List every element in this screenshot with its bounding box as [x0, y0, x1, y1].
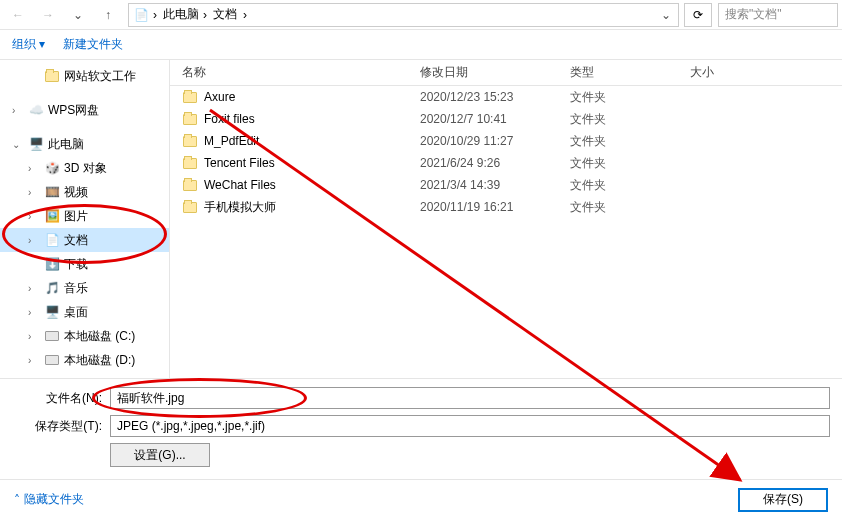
file-row[interactable]: Foxit files2020/12/7 10:41文件夹 — [170, 108, 842, 130]
settings-button[interactable]: 设置(G)... — [110, 443, 210, 467]
tree-item-label: 图片 — [64, 208, 88, 225]
organize-menu[interactable]: 组织 ▾ — [12, 36, 45, 53]
file-row[interactable]: 手机模拟大师2020/11/19 16:21文件夹 — [170, 196, 842, 218]
path-dropdown-icon[interactable]: ⌄ — [658, 8, 674, 22]
back-button[interactable]: ← — [4, 3, 32, 27]
expander-icon[interactable]: ⌄ — [12, 139, 24, 150]
tree-item-label: 文档 — [64, 232, 88, 249]
save-form: 文件名(N): 福昕软件.jpg 保存类型(T): JPEG (*.jpg,*.… — [0, 378, 842, 473]
file-row[interactable]: Tencent Files2021/6/24 9:26文件夹 — [170, 152, 842, 174]
tree-item-label: 此电脑 — [48, 136, 84, 153]
file-date: 2020/11/19 16:21 — [420, 200, 570, 214]
refresh-button[interactable]: ⟳ — [684, 3, 712, 27]
tree-item-label: 本地磁盘 (C:) — [64, 328, 135, 345]
folder-icon — [182, 155, 198, 171]
folder-icon — [182, 199, 198, 215]
file-type: 文件夹 — [570, 199, 690, 216]
file-type: 文件夹 — [570, 177, 690, 194]
expander-icon[interactable]: › — [28, 163, 40, 174]
tree-item-11[interactable]: ›本地磁盘 (D:) — [0, 348, 169, 372]
file-list: 名称 修改日期 类型 大小 Axure2020/12/23 15:23文件夹Fo… — [170, 60, 842, 378]
up-button[interactable]: ↑ — [94, 3, 122, 27]
file-date: 2020/12/23 15:23 — [420, 90, 570, 104]
tree-item-0[interactable]: 网站软文工作 — [0, 64, 169, 88]
filename-input[interactable]: 福昕软件.jpg — [110, 387, 830, 409]
file-type: 文件夹 — [570, 89, 690, 106]
folder-icon — [44, 68, 60, 84]
tree-item-label: 桌面 — [64, 304, 88, 321]
filetype-label: 保存类型(T): — [12, 418, 102, 435]
pic-icon: 🖼️ — [44, 208, 60, 224]
pc-icon: 🖥️ — [28, 136, 44, 152]
address-bar: ← → ⌄ ↑ 📄 › 此电脑 › 文档 › ⌄ ⟳ 搜索"文档" — [0, 0, 842, 30]
file-name: 手机模拟大师 — [204, 199, 276, 216]
folder-icon — [182, 111, 198, 127]
tree-item-5[interactable]: ›🖼️图片 — [0, 204, 169, 228]
tree-item-4[interactable]: ›🎞️视频 — [0, 180, 169, 204]
col-size[interactable]: 大小 — [690, 64, 770, 81]
expander-icon[interactable]: › — [28, 331, 40, 342]
tree-item-label: 视频 — [64, 184, 88, 201]
navigation-tree: 网站软文工作›☁️WPS网盘⌄🖥️此电脑›🎲3D 对象›🎞️视频›🖼️图片›📄文… — [0, 60, 170, 378]
dialog-footer: ˄ 隐藏文件夹 保存(S) — [0, 479, 842, 519]
col-type[interactable]: 类型 — [570, 64, 690, 81]
expander-icon[interactable]: › — [12, 105, 24, 116]
new-folder-button[interactable]: 新建文件夹 — [63, 36, 123, 53]
chevron-up-icon: ˄ — [14, 493, 20, 507]
tree-item-8[interactable]: ›🎵音乐 — [0, 276, 169, 300]
filename-label: 文件名(N): — [12, 390, 102, 407]
tree-item-label: WPS网盘 — [48, 102, 99, 119]
hide-folders-link[interactable]: ˄ 隐藏文件夹 — [14, 491, 84, 508]
tree-item-2[interactable]: ⌄🖥️此电脑 — [0, 132, 169, 156]
file-row[interactable]: Axure2020/12/23 15:23文件夹 — [170, 86, 842, 108]
tree-item-label: 音乐 — [64, 280, 88, 297]
file-date: 2020/12/7 10:41 — [420, 112, 570, 126]
expander-icon[interactable]: › — [28, 235, 40, 246]
file-name: WeChat Files — [204, 178, 276, 192]
folder-icon — [182, 89, 198, 105]
file-name: Axure — [204, 90, 235, 104]
search-input[interactable]: 搜索"文档" — [718, 3, 838, 27]
expander-icon[interactable]: › — [28, 211, 40, 222]
forward-button[interactable]: → — [34, 3, 62, 27]
expander-icon[interactable]: › — [28, 187, 40, 198]
doc-icon: 📄 — [44, 232, 60, 248]
tree-item-label: 下载 — [64, 256, 88, 273]
doc-icon: 📄 — [133, 7, 149, 23]
filetype-select[interactable]: JPEG (*.jpg,*.jpeg,*.jpe,*.jif) — [110, 415, 830, 437]
file-name: Tencent Files — [204, 156, 275, 170]
3d-icon: 🎲 — [44, 160, 60, 176]
desk-icon: 🖥️ — [44, 304, 60, 320]
video-icon: 🎞️ — [44, 184, 60, 200]
tree-item-1[interactable]: ›☁️WPS网盘 — [0, 98, 169, 122]
tree-item-6[interactable]: ›📄文档 — [0, 228, 169, 252]
file-date: 2021/6/24 9:26 — [420, 156, 570, 170]
tree-item-3[interactable]: ›🎲3D 对象 — [0, 156, 169, 180]
recent-dropdown[interactable]: ⌄ — [64, 3, 92, 27]
music-icon: 🎵 — [44, 280, 60, 296]
disk-icon — [44, 328, 60, 344]
disk-icon — [44, 352, 60, 368]
col-date[interactable]: 修改日期 — [420, 64, 570, 81]
tree-item-label: 本地磁盘 (D:) — [64, 352, 135, 369]
expander-icon[interactable]: › — [28, 283, 40, 294]
file-type: 文件夹 — [570, 111, 690, 128]
expander-icon[interactable]: › — [28, 355, 40, 366]
file-row[interactable]: M_PdfEdit2020/10/29 11:27文件夹 — [170, 130, 842, 152]
breadcrumb-segment[interactable]: › 此电脑 — [153, 6, 199, 23]
dl-icon: ⬇️ — [44, 256, 60, 272]
wps-icon: ☁️ — [28, 102, 44, 118]
file-row[interactable]: WeChat Files2021/3/4 14:39文件夹 — [170, 174, 842, 196]
file-type: 文件夹 — [570, 133, 690, 150]
folder-icon — [182, 177, 198, 193]
tree-item-7[interactable]: ⬇️下载 — [0, 252, 169, 276]
tree-item-10[interactable]: ›本地磁盘 (C:) — [0, 324, 169, 348]
tree-item-label: 3D 对象 — [64, 160, 107, 177]
column-headers[interactable]: 名称 修改日期 类型 大小 — [170, 60, 842, 86]
breadcrumb-segment[interactable]: › 文档 › — [203, 6, 247, 23]
save-button[interactable]: 保存(S) — [738, 488, 828, 512]
col-name[interactable]: 名称 — [170, 64, 420, 81]
breadcrumb-path[interactable]: 📄 › 此电脑 › 文档 › ⌄ — [128, 3, 679, 27]
tree-item-9[interactable]: ›🖥️桌面 — [0, 300, 169, 324]
expander-icon[interactable]: › — [28, 307, 40, 318]
